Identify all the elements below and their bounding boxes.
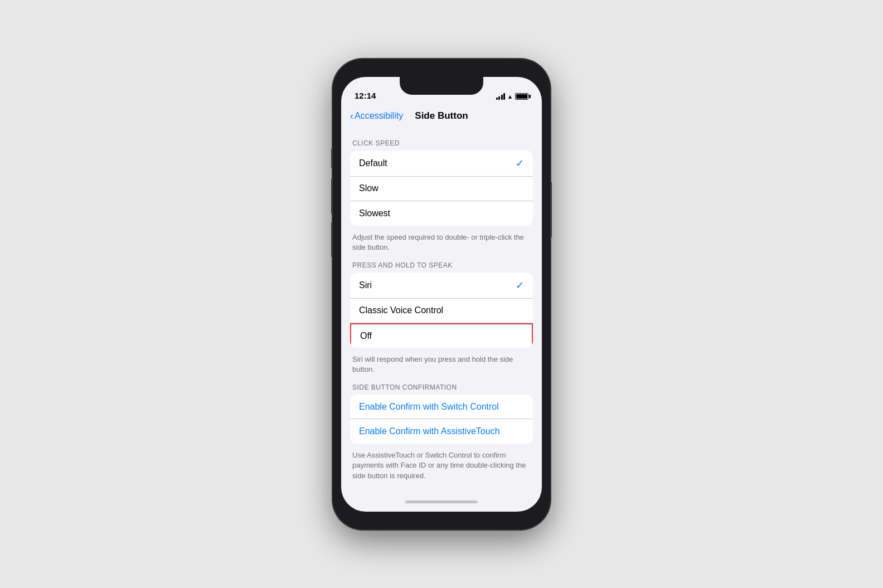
click-speed-group: Default ✓ Slow Slowest — [350, 150, 533, 226]
home-bar — [405, 500, 478, 503]
phone-screen: 12:14 ▴ ‹ Accessibility Side Button — [341, 77, 542, 512]
volume-down-button[interactable] — [331, 222, 333, 257]
list-item-siri[interactable]: Siri ✓ — [350, 273, 533, 299]
press-hold-label: PRESS AND HOLD TO SPEAK — [341, 261, 542, 273]
confirmation-group: Enable Confirm with Switch Control Enabl… — [350, 395, 533, 444]
confirmation-footer: Use AssistiveTouch or Switch Control to … — [341, 447, 542, 490]
default-checkmark: ✓ — [516, 157, 524, 169]
notch — [400, 77, 483, 95]
home-indicator — [341, 493, 542, 512]
siri-label: Siri — [359, 280, 372, 290]
list-item-classic-voice-control[interactable]: Classic Voice Control — [350, 299, 533, 323]
click-speed-label: CLICK SPEED — [341, 139, 542, 150]
volume-up-button[interactable] — [331, 178, 333, 214]
status-time: 12:14 — [355, 91, 376, 100]
phone-frame: 12:14 ▴ ‹ Accessibility Side Button — [333, 59, 550, 529]
siri-checkmark: ✓ — [516, 279, 524, 291]
nav-bar: ‹ Accessibility Side Button — [341, 104, 542, 128]
press-hold-footer: Siri will respond when you press and hol… — [341, 351, 542, 383]
signal-icon — [496, 93, 506, 100]
list-item-slow[interactable]: Slow — [350, 177, 533, 201]
wifi-icon: ▴ — [508, 93, 512, 100]
back-label: Accessibility — [355, 111, 403, 121]
side-button[interactable] — [550, 182, 552, 237]
battery-icon — [515, 93, 528, 100]
list-item-slowest[interactable]: Slowest — [350, 201, 533, 226]
mute-button[interactable] — [331, 148, 333, 168]
back-button[interactable]: ‹ Accessibility — [350, 111, 403, 121]
switch-control-label: Enable Confirm with Switch Control — [359, 402, 499, 412]
list-item-switch-control[interactable]: Enable Confirm with Switch Control — [350, 395, 533, 419]
status-icons: ▴ — [496, 93, 529, 100]
assistive-touch-label: Enable Confirm with AssistiveTouch — [359, 426, 500, 436]
chevron-left-icon: ‹ — [350, 111, 353, 121]
press-hold-group: Siri ✓ Classic Voice Control Off — [350, 273, 533, 348]
click-speed-footer: Adjust the speed required to double- or … — [341, 229, 542, 261]
confirmation-label: SIDE BUTTON CONFIRMATION — [341, 383, 542, 395]
classic-voice-control-label: Classic Voice Control — [359, 305, 443, 315]
list-item-assistive-touch[interactable]: Enable Confirm with AssistiveTouch — [350, 419, 533, 444]
slowest-label: Slowest — [359, 208, 390, 218]
list-item-default[interactable]: Default ✓ — [350, 150, 533, 177]
page-title: Side Button — [415, 110, 468, 122]
content-area: CLICK SPEED Default ✓ Slow Slowest Adjus… — [341, 128, 542, 493]
list-item-off[interactable]: Off — [350, 323, 533, 348]
default-label: Default — [359, 158, 387, 168]
slow-label: Slow — [359, 183, 379, 193]
off-label: Off — [360, 331, 372, 341]
